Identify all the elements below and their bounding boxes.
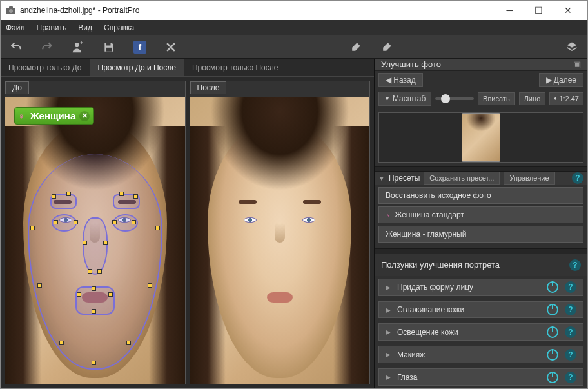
save-button[interactable] <box>101 39 117 55</box>
chevron-right-icon: ▶ <box>386 284 391 291</box>
svg-rect-1 <box>9 6 13 8</box>
chevron-right-icon: ▶ <box>386 328 391 335</box>
menu-file[interactable]: Файл <box>6 23 25 32</box>
window-title: andzhelina-dzholi.jpg* - PortraitPro <box>20 6 495 15</box>
zoom-dropdown[interactable]: ▼Масштаб <box>378 92 431 106</box>
help-icon[interactable]: ? <box>569 259 581 271</box>
menu-help[interactable]: Справка <box>104 23 134 32</box>
brush-plus-button[interactable]: + <box>348 39 364 55</box>
maximize-button[interactable]: ☐ <box>524 1 553 20</box>
before-label: До <box>5 81 29 94</box>
tab-before-after[interactable]: Просмотр До и После <box>90 59 184 76</box>
redo-button[interactable] <box>39 39 55 55</box>
help-icon[interactable]: ? <box>565 372 576 383</box>
titlebar: andzhelina-dzholi.jpg* - PortraitPro ─ ☐… <box>1 1 587 20</box>
facebook-button[interactable]: f <box>132 39 148 55</box>
menubar: Файл Править Вид Справка <box>1 20 587 35</box>
manage-presets-button[interactable]: Управление <box>504 172 554 185</box>
after-image[interactable] <box>190 97 370 384</box>
thumbnail-strip[interactable] <box>378 112 583 163</box>
before-image-box: До <box>5 81 186 384</box>
chevron-right-icon: ▶ <box>386 306 391 314</box>
before-image[interactable]: ♀ Женщина ✕ <box>5 97 185 384</box>
panel-title: Улучшить фото <box>381 59 441 69</box>
menu-view[interactable]: Вид <box>78 23 92 32</box>
svg-text:−: − <box>389 41 393 46</box>
minimize-button[interactable]: ─ <box>495 1 524 20</box>
panel-popout-icon[interactable]: ▣ <box>573 59 581 69</box>
presets-header: ▼ Пресеты Сохранить пресет... Управление… <box>375 172 587 185</box>
close-button[interactable]: ✕ <box>553 1 582 20</box>
slider-skin-lighting[interactable]: ▶ Освещение кожи ? <box>378 323 583 341</box>
presets-label[interactable]: Пресеты <box>389 174 420 183</box>
svg-point-2 <box>9 9 13 13</box>
app-icon <box>6 5 16 15</box>
right-panel: Улучшить фото ▣ ◀ Назад ▶ Далее ▼Масштаб… <box>375 59 587 388</box>
zoom-slider[interactable] <box>435 97 474 100</box>
power-icon[interactable] <box>547 372 558 383</box>
view-tabs: Просмотр только До Просмотр До и После П… <box>1 59 374 77</box>
menu-edit[interactable]: Править <box>37 23 67 32</box>
save-preset-button[interactable]: Сохранить пресет... <box>424 172 500 185</box>
help-icon[interactable]: ? <box>565 281 576 293</box>
svg-text:+: + <box>358 41 362 46</box>
toolbar: + f + − <box>1 35 587 59</box>
power-icon[interactable] <box>547 349 558 361</box>
nav-next-button[interactable]: ▶ Далее <box>539 73 584 87</box>
slider-eyes[interactable]: ▶ Глаза ? <box>378 368 583 386</box>
layers-button[interactable] <box>564 39 580 55</box>
zoom-thumb[interactable] <box>441 94 450 103</box>
tab-after-only[interactable]: Просмотр только После <box>184 59 287 76</box>
zoom-readout[interactable]: ♦1:2.47 <box>549 92 583 105</box>
gender-tag[interactable]: ♀ Женщина ✕ <box>14 107 94 125</box>
power-icon[interactable] <box>547 304 558 315</box>
help-icon[interactable]: ? <box>565 349 576 361</box>
help-icon[interactable]: ? <box>572 172 583 184</box>
brush-minus-button[interactable]: − <box>379 39 395 55</box>
chevron-right-icon: ▶ <box>386 374 391 381</box>
cancel-button[interactable] <box>163 39 179 55</box>
svg-rect-5 <box>106 43 111 45</box>
after-image-box: После <box>190 81 371 384</box>
help-icon[interactable]: ? <box>565 326 576 338</box>
slider-makeup[interactable]: ▶ Макияж ? <box>378 346 583 363</box>
sliders-title: Ползунки улучшения портрета ? <box>375 254 587 276</box>
venus-icon: ♀ <box>18 111 25 121</box>
power-icon[interactable] <box>547 281 558 293</box>
chevron-down-icon[interactable]: ▼ <box>378 175 385 182</box>
power-icon[interactable] <box>547 326 558 338</box>
nose-outline[interactable] <box>83 217 108 275</box>
preset-woman-standard[interactable]: ♀Женщина стандарт <box>378 206 583 223</box>
svg-rect-6 <box>106 47 112 51</box>
zoom-fit-button[interactable]: Вписать <box>478 92 515 105</box>
help-icon[interactable]: ? <box>565 304 576 315</box>
svg-text:+: + <box>80 41 83 46</box>
preset-restore[interactable]: Восстановить исходное фото <box>378 187 583 204</box>
preset-woman-glam[interactable]: Женщина - гламурный <box>378 226 583 243</box>
tab-before-only[interactable]: Просмотр только До <box>1 59 90 76</box>
chevron-right-icon: ▶ <box>386 351 391 358</box>
gender-close-icon[interactable]: ✕ <box>79 111 90 121</box>
slider-face-shape[interactable]: ▶ Придать форму лицу ? <box>378 279 583 296</box>
svg-point-3 <box>75 43 79 47</box>
undo-button[interactable] <box>8 39 24 55</box>
venus-icon: ♀ <box>386 211 391 219</box>
gender-label: Женщина <box>30 110 75 121</box>
zoom-face-button[interactable]: Лицо <box>519 92 546 105</box>
face-thumbnail[interactable] <box>462 113 500 162</box>
add-person-button[interactable]: + <box>70 39 86 55</box>
nav-back-button[interactable]: ◀ Назад <box>378 73 423 87</box>
slider-skin-smoothing[interactable]: ▶ Сглаживание кожи ? <box>378 301 583 319</box>
after-label: После <box>190 81 227 94</box>
